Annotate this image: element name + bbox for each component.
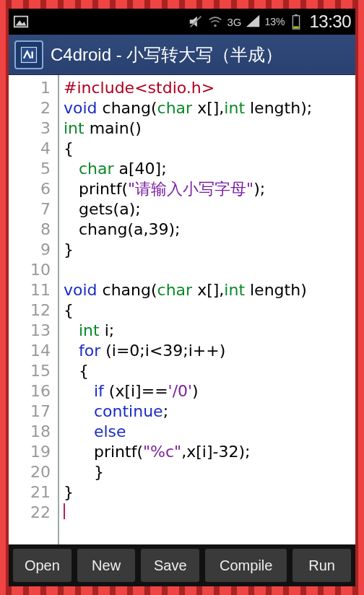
code-line[interactable]: {: [64, 300, 355, 321]
save-button[interactable]: Save: [141, 549, 199, 582]
screen: 3G 13% 13:30 C4droid - 小写转大写（半成） 1234567…: [9, 9, 355, 586]
code-line[interactable]: int i;: [64, 321, 355, 341]
code-line[interactable]: {: [64, 139, 355, 159]
code-line[interactable]: int main(): [64, 118, 355, 139]
code-token: }: [64, 240, 74, 259]
line-number: 14: [9, 341, 51, 361]
code-line[interactable]: void chang(char x[],int length);: [64, 98, 355, 118]
line-number: 15: [9, 361, 51, 381]
code-token: [64, 160, 79, 178]
code-editor[interactable]: 12345678910111213141516171819202122 #inc…: [9, 75, 355, 544]
code-area[interactable]: #include<stdio.h>void chang(char x[],int…: [59, 75, 355, 544]
svg-marker-1: [16, 20, 27, 25]
code-token: continue: [94, 402, 163, 420]
code-token: int: [64, 119, 84, 137]
line-number: 2: [9, 98, 51, 118]
code-token: printf(: [64, 180, 128, 198]
svg-marker-5: [246, 15, 259, 27]
code-token: [64, 321, 79, 339]
line-number: 5: [9, 159, 51, 179]
line-number: 20: [9, 462, 51, 482]
code-line[interactable]: [64, 260, 355, 280]
line-number: 4: [9, 139, 51, 159]
code-token: [64, 422, 94, 440]
code-token: char: [79, 160, 114, 178]
code-token: }: [64, 463, 104, 481]
code-token: {: [64, 301, 74, 319]
line-number: 7: [9, 199, 51, 220]
gallery-icon: [13, 14, 29, 30]
code-token: length);: [245, 99, 312, 117]
app-icon[interactable]: [14, 40, 43, 69]
code-token: int: [224, 281, 245, 299]
app-title: C4droid - 小写转大写（半成）: [51, 43, 282, 66]
open-button[interactable]: Open: [13, 549, 72, 582]
code-token: {: [64, 139, 74, 157]
run-button[interactable]: Run: [292, 549, 351, 582]
code-token: ;: [163, 402, 168, 420]
code-token: length): [245, 281, 307, 299]
code-token: (x[i]==: [104, 382, 168, 400]
code-line[interactable]: }: [64, 482, 355, 503]
code-token: chang(: [98, 281, 157, 299]
line-number: 13: [9, 321, 51, 341]
text-cursor: [64, 503, 65, 519]
compile-button[interactable]: Compile: [205, 549, 287, 582]
code-token: gets(a);: [64, 200, 141, 218]
line-number: 12: [9, 300, 51, 321]
code-line[interactable]: [64, 503, 355, 523]
code-line[interactable]: {: [64, 361, 355, 381]
code-token: int: [224, 99, 245, 117]
code-token: if: [94, 382, 104, 400]
svg-rect-8: [294, 26, 299, 28]
code-line[interactable]: else: [64, 422, 355, 442]
code-line[interactable]: char a[40];: [64, 159, 355, 179]
code-line[interactable]: }: [64, 462, 355, 482]
code-line[interactable]: printf("%c",x[i]-32);: [64, 442, 355, 462]
battery-pct: 13%: [264, 16, 285, 27]
new-button[interactable]: New: [77, 549, 136, 582]
code-line[interactable]: printf("请输入小写字母");: [64, 179, 355, 199]
code-token: printf(: [64, 443, 143, 461]
code-token: chang(a,39);: [64, 220, 180, 238]
code-token: [64, 402, 94, 420]
code-token: }: [64, 483, 74, 501]
signal-icon: [245, 14, 261, 30]
line-number: 11: [9, 280, 51, 300]
code-line[interactable]: chang(a,39);: [64, 220, 355, 240]
code-line[interactable]: }: [64, 240, 355, 260]
toolbar: Open New Save Compile Run: [9, 544, 355, 586]
svg-point-4: [214, 25, 217, 27]
code-token: [64, 382, 94, 400]
code-token: main(): [84, 119, 142, 137]
battery-icon: [288, 14, 304, 30]
code-token: #include<stdio.h>: [64, 79, 214, 97]
line-number: 17: [9, 401, 51, 422]
line-number: 16: [9, 381, 51, 401]
line-number: 9: [9, 240, 51, 260]
code-line[interactable]: gets(a);: [64, 199, 355, 220]
code-line[interactable]: if (x[i]=='/0'): [64, 381, 355, 401]
code-token: ): [192, 382, 199, 400]
code-token: char: [157, 99, 193, 117]
code-token: for: [79, 342, 100, 360]
code-token: void: [64, 99, 98, 117]
network-type-label: 3G: [227, 16, 241, 28]
code-line[interactable]: for (i=0;i<39;i++): [64, 341, 355, 361]
code-line[interactable]: void chang(char x[],int length): [64, 280, 355, 300]
code-token: chang(: [98, 99, 157, 117]
code-token: a[40];: [114, 160, 167, 178]
code-line[interactable]: #include<stdio.h>: [64, 78, 355, 98]
line-number: 8: [9, 220, 51, 240]
line-number: 3: [9, 118, 51, 139]
code-token: char: [157, 281, 193, 299]
code-token: {: [64, 362, 89, 380]
code-token: x[],: [192, 99, 224, 117]
code-line[interactable]: continue;: [64, 401, 355, 422]
title-bar: C4droid - 小写转大写（半成）: [9, 35, 355, 75]
code-token: "请输入小写字母": [128, 180, 254, 198]
code-token: );: [254, 180, 265, 198]
line-number: 22: [9, 503, 51, 523]
status-bar: 3G 13% 13:30: [9, 9, 355, 35]
line-gutter: 12345678910111213141516171819202122: [9, 75, 59, 544]
